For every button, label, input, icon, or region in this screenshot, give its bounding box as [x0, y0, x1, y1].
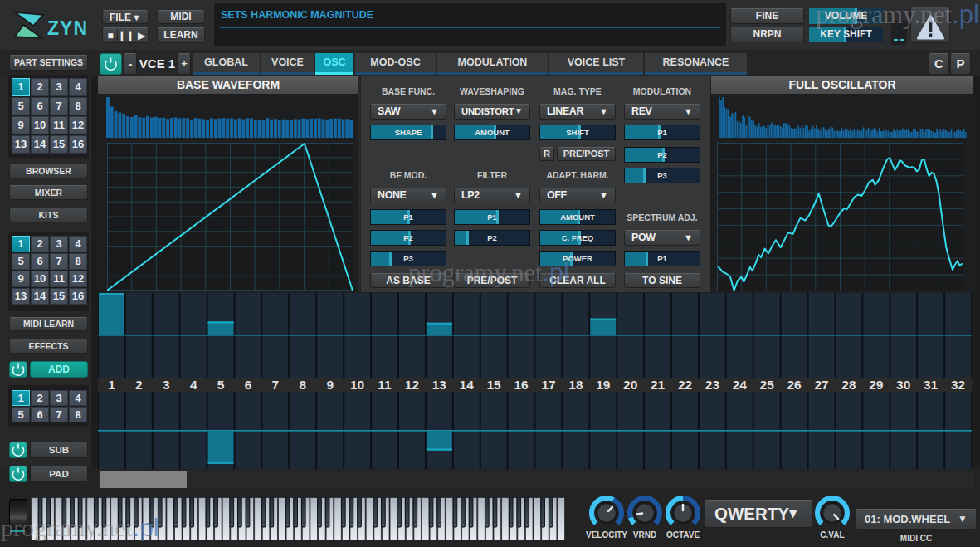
svg-text:3: 3 [163, 378, 170, 392]
svg-text:13: 13 [432, 378, 447, 392]
svg-text:8: 8 [299, 378, 306, 392]
svg-text:9: 9 [326, 378, 334, 392]
svg-text:26: 26 [787, 378, 802, 392]
svg-text:29: 29 [869, 378, 884, 392]
svg-text:7: 7 [272, 378, 280, 392]
svg-text:23: 23 [705, 378, 720, 392]
svg-text:22: 22 [678, 378, 692, 392]
svg-text:25: 25 [760, 378, 775, 392]
svg-text:5: 5 [217, 378, 225, 392]
svg-text:ZYN: ZYN [47, 17, 88, 39]
svg-text:14: 14 [460, 378, 475, 392]
svg-text:18: 18 [568, 378, 583, 392]
svg-text:2: 2 [135, 378, 143, 392]
svg-text:24: 24 [733, 378, 748, 392]
svg-text:27: 27 [814, 378, 828, 392]
svg-text:4: 4 [190, 378, 197, 392]
svg-text:32: 32 [951, 378, 965, 392]
svg-text:11: 11 [378, 378, 392, 392]
svg-text:17: 17 [541, 378, 555, 392]
svg-text:31: 31 [924, 378, 939, 392]
svg-text:1: 1 [108, 378, 115, 392]
svg-text:21: 21 [651, 378, 666, 392]
svg-text:16: 16 [514, 378, 529, 392]
svg-text:30: 30 [896, 378, 910, 392]
svg-text:19: 19 [596, 378, 611, 392]
svg-text:6: 6 [245, 378, 252, 392]
svg-text:10: 10 [350, 378, 364, 392]
svg-text:15: 15 [486, 378, 501, 392]
svg-text:20: 20 [623, 378, 637, 392]
svg-text:12: 12 [405, 378, 419, 392]
svg-text:28: 28 [841, 378, 856, 392]
